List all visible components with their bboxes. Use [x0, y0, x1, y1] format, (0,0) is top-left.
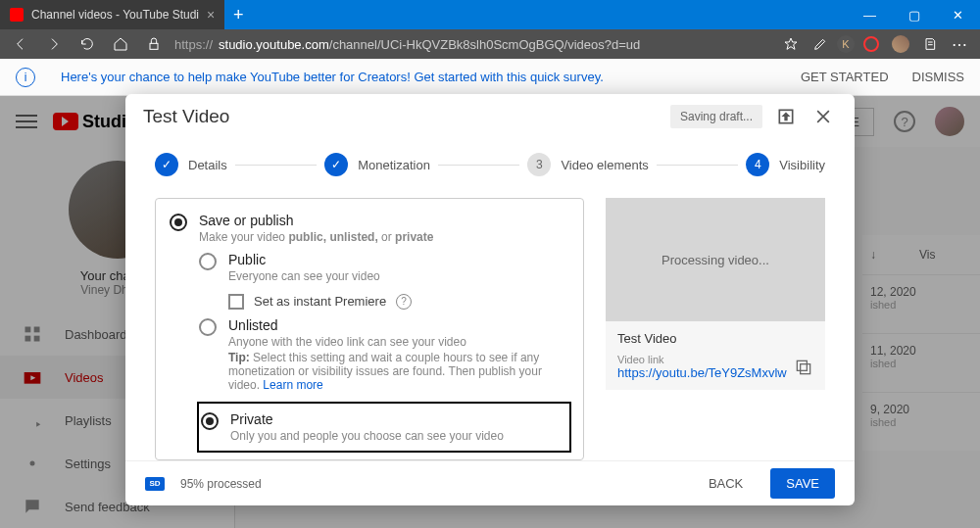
banner-text: Here's your chance to help make YouTube … — [61, 70, 604, 84]
processed-text: 95% processed — [180, 477, 262, 491]
lock-icon — [141, 31, 167, 57]
radio-unlisted[interactable] — [199, 318, 217, 336]
refresh-button[interactable] — [74, 31, 100, 57]
record-icon[interactable] — [858, 31, 884, 57]
favorite-icon[interactable] — [778, 31, 804, 57]
tab-close-icon[interactable]: × — [207, 7, 215, 23]
stepper: ✓Details ✓Monetization 3Video elements 4… — [125, 139, 855, 190]
forward-button[interactable] — [41, 31, 67, 57]
premiere-help-icon[interactable]: ? — [396, 294, 412, 310]
banner-get-started-button[interactable]: GET STARTED — [801, 70, 889, 84]
sd-badge-icon: SD — [145, 477, 165, 491]
window-titlebar: Channel videos - YouTube Studi × + — ▢ ✕ — [0, 0, 980, 29]
learn-more-link[interactable]: Learn more — [263, 378, 322, 392]
back-button[interactable] — [8, 31, 33, 57]
tab-title: Channel videos - YouTube Studi — [31, 8, 199, 22]
video-link[interactable]: https://youtu.be/TeY9ZsMxvlw — [617, 365, 787, 380]
browser-navbar: https://studio.youtube.com/channel/UCi-H… — [0, 29, 980, 59]
svg-rect-9 — [801, 363, 810, 373]
video-thumbnail: Processing video... — [606, 198, 825, 321]
private-highlight: Private Only you and people you choose c… — [197, 402, 571, 453]
video-preview: Processing video... Test Video Video lin… — [606, 198, 825, 460]
edit-icon[interactable] — [808, 31, 833, 57]
step-details[interactable]: ✓Details — [155, 153, 227, 176]
upload-dialog: Test Video Saving draft... ✓Details ✓Mon… — [125, 94, 855, 505]
avatar-small[interactable] — [888, 31, 913, 57]
notes-icon[interactable] — [917, 31, 943, 57]
radio-public[interactable] — [199, 253, 217, 270]
radio-private[interactable] — [201, 412, 219, 430]
feedback-dialog-icon[interactable] — [772, 103, 800, 130]
new-tab-button[interactable]: + — [224, 1, 252, 28]
svg-rect-10 — [797, 360, 807, 370]
checkbox-premiere[interactable] — [228, 294, 244, 310]
browser-tab[interactable]: Channel videos - YouTube Studi × — [0, 0, 224, 29]
home-button[interactable] — [108, 31, 133, 57]
step-monetization[interactable]: ✓Monetization — [324, 153, 430, 176]
dialog-title: Test Video — [143, 106, 229, 127]
svg-rect-0 — [150, 43, 158, 49]
window-maximize-button[interactable]: ▢ — [892, 0, 936, 29]
save-publish-sub: Make your video public, unlisted, or pri… — [199, 230, 433, 244]
save-publish-title: Save or publish — [199, 213, 433, 228]
profile-k-badge[interactable]: K — [837, 35, 855, 53]
visibility-panel: Save or publish Make your video public, … — [155, 198, 584, 460]
window-close-button[interactable]: ✕ — [936, 0, 980, 29]
more-icon[interactable]: ⋯ — [947, 31, 972, 57]
radio-save-publish[interactable] — [170, 214, 187, 231]
back-button-dialog[interactable]: BACK — [697, 468, 755, 499]
survey-banner: i Here's your chance to help make YouTub… — [0, 59, 980, 96]
preview-video-name: Test Video — [617, 331, 813, 346]
banner-dismiss-button[interactable]: DISMISS — [912, 70, 964, 84]
info-icon: i — [16, 68, 35, 87]
address-bar[interactable]: https://studio.youtube.com/channel/UCi-H… — [174, 37, 770, 52]
tab-favicon-icon — [10, 8, 24, 22]
close-dialog-button[interactable] — [809, 103, 837, 130]
saving-status: Saving draft... — [670, 105, 762, 128]
step-visibility[interactable]: 4Visibility — [746, 153, 825, 176]
window-minimize-button[interactable]: — — [848, 0, 892, 29]
copy-link-button[interactable] — [794, 358, 813, 377]
save-button[interactable]: SAVE — [770, 468, 835, 499]
step-video-elements[interactable]: 3Video elements — [527, 153, 648, 176]
